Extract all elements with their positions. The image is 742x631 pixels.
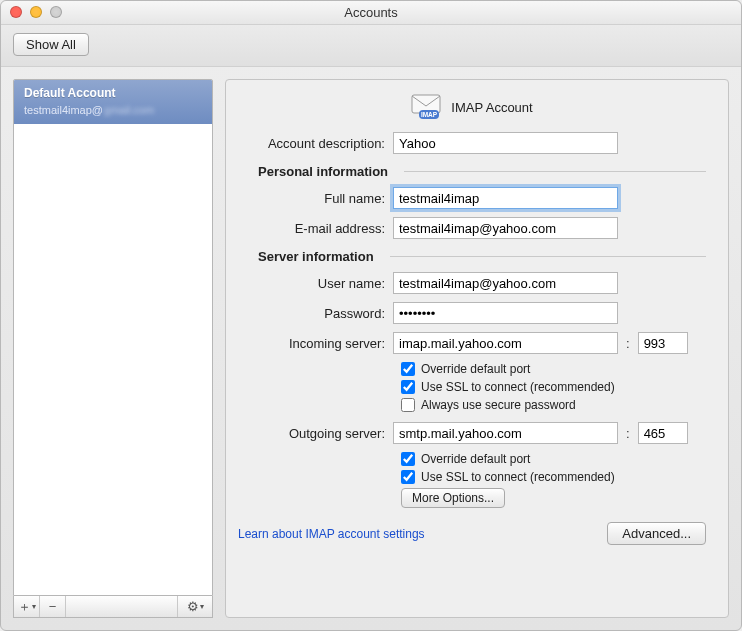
incoming-secure-password-checkbox[interactable]: [401, 398, 415, 412]
full-name-input[interactable]: [393, 187, 618, 209]
account-type-header: IMAP IMAP Account: [238, 94, 706, 120]
window-title: Accounts: [344, 5, 397, 20]
outgoing-port-input[interactable]: [638, 422, 688, 444]
outgoing-override-port-checkbox[interactable]: [401, 452, 415, 466]
label-ssl-2: Use SSL to connect (recommended): [421, 470, 615, 484]
label-secure: Always use secure password: [421, 398, 576, 412]
incoming-use-ssl-checkbox[interactable]: [401, 380, 415, 394]
window-controls: [10, 6, 62, 18]
account-details: IMAP IMAP Account Account description: P…: [225, 79, 729, 618]
minimize-icon[interactable]: [30, 6, 42, 18]
account-title: Default Account: [24, 86, 202, 100]
section-personal: Personal information: [238, 164, 396, 179]
email-address-input[interactable]: [393, 217, 618, 239]
titlebar: Accounts: [1, 1, 741, 25]
content: Default Account testmail4imap@gmail.com …: [1, 67, 741, 630]
label-outgoing: Outgoing server:: [238, 426, 393, 441]
account-type-label: IMAP Account: [451, 100, 532, 115]
sidebar: Default Account testmail4imap@gmail.com …: [13, 79, 213, 618]
label-override-2: Override default port: [421, 452, 530, 466]
label-ssl-1: Use SSL to connect (recommended): [421, 380, 615, 394]
account-description-input[interactable]: [393, 132, 618, 154]
imap-account-icon: IMAP: [411, 94, 441, 120]
incoming-server-input[interactable]: [393, 332, 618, 354]
user-name-input[interactable]: [393, 272, 618, 294]
outgoing-server-input[interactable]: [393, 422, 618, 444]
gear-icon[interactable]: ⚙▾: [178, 596, 212, 617]
label-override-1: Override default port: [421, 362, 530, 376]
accounts-window: Accounts Show All Default Account testma…: [0, 0, 742, 631]
advanced-button[interactable]: Advanced...: [607, 522, 706, 545]
label-fullname: Full name:: [238, 191, 393, 206]
label-username: User name:: [238, 276, 393, 291]
close-icon[interactable]: [10, 6, 22, 18]
incoming-override-port-checkbox[interactable]: [401, 362, 415, 376]
more-options-button[interactable]: More Options...: [401, 488, 505, 508]
label-description: Account description:: [238, 136, 393, 151]
learn-imap-link[interactable]: Learn about IMAP account settings: [238, 527, 425, 541]
account-email: testmail4imap@gmail.com: [24, 104, 202, 116]
add-account-button[interactable]: ＋▾: [14, 596, 40, 617]
zoom-icon[interactable]: [50, 6, 62, 18]
sidebar-item-default-account[interactable]: Default Account testmail4imap@gmail.com: [14, 80, 212, 124]
svg-text:IMAP: IMAP: [421, 111, 438, 118]
toolbar: Show All: [1, 25, 741, 67]
section-server: Server information: [238, 249, 382, 264]
label-incoming: Incoming server:: [238, 336, 393, 351]
account-list[interactable]: Default Account testmail4imap@gmail.com: [13, 79, 213, 596]
label-email: E-mail address:: [238, 221, 393, 236]
remove-account-button[interactable]: −: [40, 596, 66, 617]
outgoing-use-ssl-checkbox[interactable]: [401, 470, 415, 484]
password-input[interactable]: [393, 302, 618, 324]
sidebar-footer: ＋▾ − ⚙▾: [13, 596, 213, 618]
label-password: Password:: [238, 306, 393, 321]
incoming-port-input[interactable]: [638, 332, 688, 354]
show-all-button[interactable]: Show All: [13, 33, 89, 56]
